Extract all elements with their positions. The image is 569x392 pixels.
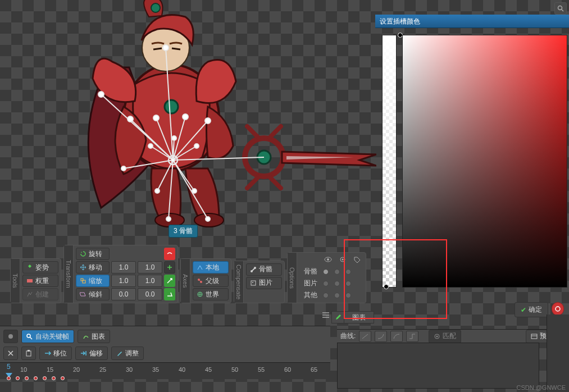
adjust-button[interactable]: 调整 [111, 347, 144, 360]
svg-point-25 [148, 144, 153, 148]
svg-point-23 [172, 136, 176, 140]
svg-point-19 [183, 114, 188, 120]
rotate-indicator[interactable] [164, 248, 175, 260]
world-button[interactable]: 世界 [193, 288, 229, 300]
svg-rect-39 [27, 279, 33, 282]
scale-x[interactable]: 1.0 [111, 275, 136, 287]
search-icon [557, 5, 564, 12]
timeline-ruler[interactable]: 5 101520253035404550556065 [0, 362, 330, 379]
color-panel-title: 设置插槽颜色 [375, 15, 569, 28]
svg-point-47 [254, 267, 256, 269]
move-indicator[interactable] [164, 261, 175, 274]
shear-button[interactable]: 倾斜 [76, 288, 110, 300]
svg-rect-56 [28, 350, 30, 352]
comp-images-button[interactable]: 图片 [246, 277, 282, 289]
move-x[interactable]: 1.0 [111, 261, 136, 274]
compensate-panel: Compensate 骨骼 图片 [234, 261, 285, 303]
svg-line-62 [562, 10, 563, 11]
curve-easeout[interactable] [390, 331, 403, 342]
comp-bones-button[interactable]: 骨骼 [246, 263, 282, 276]
tools-panel: Tools 姿势 权重 创建 [10, 258, 61, 303]
curve-step[interactable] [406, 331, 418, 342]
move-button[interactable]: 移动 [76, 261, 110, 274]
svg-point-33 [155, 189, 160, 193]
options-tab[interactable]: Options [288, 253, 297, 303]
scale-indicator[interactable] [164, 275, 175, 287]
transform-tab[interactable]: Transform [64, 245, 74, 303]
shift-button[interactable]: 移位 [39, 347, 72, 360]
right-strip [547, 314, 569, 392]
svg-line-44 [199, 280, 201, 282]
svg-point-17 [163, 45, 169, 51]
options-panel: Options 骨骼 图片 其他 [287, 252, 366, 303]
pose-button[interactable]: 姿势 [22, 261, 58, 274]
opt-row-bones: 骨骼 [299, 266, 363, 277]
svg-point-11 [121, 166, 126, 171]
eye-icon [324, 256, 332, 263]
curve-editor[interactable] [337, 343, 539, 389]
svg-point-15 [153, 115, 159, 121]
shear-indicator[interactable] [164, 288, 175, 300]
scale-button[interactable]: 缩放 [76, 275, 110, 287]
svg-rect-60 [531, 334, 537, 339]
graph-button[interactable]: 图表 [78, 330, 110, 343]
tools-tab[interactable]: Tools [11, 259, 20, 303]
svg-point-54 [8, 334, 13, 339]
cancel-button[interactable] [552, 302, 564, 316]
target-icon [339, 256, 347, 263]
svg-point-27 [194, 144, 199, 148]
svg-point-7 [165, 100, 178, 113]
auto-key-button[interactable]: 自动关键帧 [21, 330, 74, 343]
tl-close[interactable] [3, 347, 18, 360]
selection-label: 3 骨骼 [169, 225, 198, 238]
svg-point-61 [558, 6, 562, 10]
opt-row-other: 其他 [299, 290, 363, 300]
curve-label: 曲线: [340, 331, 356, 341]
svg-point-49 [252, 282, 253, 283]
curve-easein[interactable] [375, 331, 387, 342]
svg-point-57 [556, 307, 560, 311]
tl-clipboard[interactable] [21, 347, 36, 360]
alpha-slider[interactable] [382, 35, 397, 288]
color-picker [382, 33, 567, 291]
svg-point-29 [166, 217, 171, 221]
svg-point-51 [327, 258, 329, 261]
rotate-button[interactable]: 旋转 [76, 248, 110, 260]
ok-button[interactable]: ✔确定 [515, 302, 548, 317]
svg-point-9 [98, 92, 104, 97]
tl-record[interactable] [3, 330, 18, 343]
match-button[interactable]: 匹配 [429, 330, 461, 343]
sv-field[interactable] [402, 35, 567, 288]
scale-y[interactable]: 1.0 [138, 275, 162, 287]
opt-row-images: 图片 [299, 278, 363, 289]
svg-point-35 [192, 189, 197, 193]
parent-button[interactable]: 父级 [193, 275, 229, 287]
timeline: 自动关键帧 图表 移位 偏移 调整 5 10152025303540455055… [0, 326, 330, 379]
svg-point-59 [436, 335, 438, 337]
watermark: CSDN @GNWCE [516, 384, 566, 391]
tag-icon [353, 256, 361, 263]
offset-button[interactable]: 偏移 [75, 347, 108, 360]
axes-tab[interactable]: Axes [181, 259, 190, 303]
shear-y[interactable]: 0.0 [138, 288, 162, 300]
keyframes [7, 376, 65, 380]
curve-linear[interactable] [359, 331, 371, 342]
svg-point-21 [205, 118, 211, 124]
local-button[interactable]: 本地 [193, 261, 229, 274]
svg-rect-48 [251, 281, 256, 285]
svg-point-46 [251, 270, 253, 272]
svg-point-31 [206, 217, 210, 221]
create-button[interactable]: 创建 [22, 288, 58, 300]
alpha-cursor-bottom[interactable] [384, 284, 389, 289]
menu-icon[interactable] [322, 312, 329, 318]
transform-panel: Transform 旋转 移动 1.0 1.0 缩放 1.0 1.0 倾斜 [63, 245, 178, 303]
chart-toggle[interactable]: 图表 [331, 311, 374, 323]
viewport[interactable]: 3 骨骼 [0, 0, 376, 241]
move-y[interactable]: 1.0 [138, 261, 162, 274]
search-button[interactable] [554, 2, 567, 15]
shear-x[interactable]: 0.0 [111, 288, 136, 300]
bottom-panels: Tools 姿势 权重 创建 Transform 旋转 移动 1.0 1.0 缩… [10, 245, 366, 303]
svg-point-6 [151, 3, 160, 12]
weight-button[interactable]: 权重 [22, 275, 58, 287]
compensate-tab[interactable]: Compensate [234, 261, 244, 303]
